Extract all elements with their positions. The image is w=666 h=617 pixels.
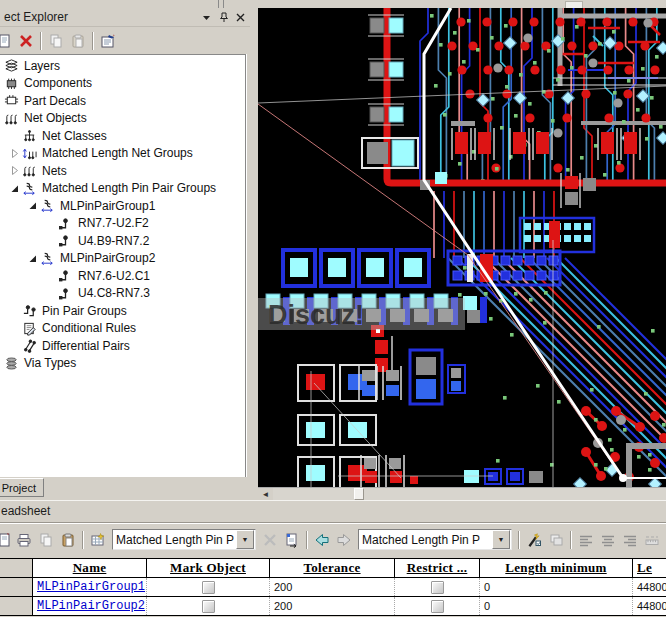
column-header[interactable]: Restrict ... [395, 559, 480, 577]
tree-item-label: Part Decals [22, 94, 88, 108]
length-minimum-cell[interactable]: 0 [480, 578, 633, 596]
tree-item-matched-length-pin-pair-groups[interactable]: Matched Length Pin Pair Groups [0, 180, 245, 198]
chevron-down-icon[interactable]: ▼ [236, 530, 254, 549]
tree-item-mlpinpairgroup1[interactable]: MLPinPairGroup1 [0, 197, 245, 215]
copy-button[interactable] [35, 529, 57, 551]
merge-cells-button[interactable] [545, 529, 567, 551]
explorer-toolbar [0, 27, 243, 54]
next-button[interactable] [333, 529, 355, 551]
table-row: MLPinPairGroup22000448000 [0, 597, 666, 616]
mark-object-checkbox[interactable] [202, 600, 215, 613]
paste-button[interactable] [67, 30, 89, 52]
column-header[interactable]: Mark Object [147, 559, 270, 577]
ml-pinpair-group-icon [39, 198, 55, 213]
tree-item-pin-pair-groups[interactable]: Pin Pair Groups [0, 302, 245, 320]
document-button[interactable] [0, 529, 13, 551]
align-left-button[interactable] [575, 529, 597, 551]
pcb-wrap: Discuz! ◄ [250, 8, 666, 500]
prev-button[interactable] [311, 529, 333, 551]
restrict-checkbox[interactable] [431, 600, 444, 613]
new-document-button[interactable] [0, 30, 15, 52]
tree-item-net-classes[interactable]: Net Classes [0, 127, 245, 145]
tree-item-conditional-rules[interactable]: Conditional Rules [0, 320, 245, 338]
group-filter-combobox-2[interactable]: Matched Length Pin P ▼ [358, 529, 512, 550]
chevron-down-icon[interactable] [199, 10, 214, 24]
edit-cell-button[interactable] [523, 529, 545, 551]
tree-item-label: Differential Pairs [40, 339, 132, 353]
tree-item-components[interactable]: Components [0, 75, 245, 93]
pcb-canvas[interactable]: Discuz! [258, 8, 666, 487]
print-button[interactable] [13, 529, 35, 551]
delete-button[interactable] [15, 30, 37, 52]
scroll-left-button[interactable]: ◄ [258, 488, 273, 500]
tree-item-differential-pairs[interactable]: Differential Pairs [0, 337, 245, 355]
column-header[interactable]: Tolerance [270, 559, 395, 577]
measure-button[interactable] [641, 529, 663, 551]
paste-button[interactable] [57, 529, 79, 551]
scroll-thumb[interactable] [354, 488, 364, 500]
expander-collapsed-icon[interactable] [8, 147, 21, 160]
tree-item-net-objects[interactable]: Net Objects [0, 110, 245, 128]
groups-table: NameMark ObjectToleranceRestrict ...Leng… [0, 558, 666, 616]
copy-button[interactable] [45, 30, 67, 52]
length-minimum-cell[interactable]: 0 [480, 597, 633, 615]
mark-object-checkbox[interactable] [202, 581, 215, 594]
tree-item-layers[interactable]: Layers [0, 57, 245, 75]
tree-item-rn7-7-u2-f2[interactable]: RN7.7-U2.F2 [0, 215, 245, 233]
row-header[interactable] [0, 578, 33, 596]
restrict-checkbox[interactable] [431, 581, 444, 594]
spreadsheet-panel: eadsheet Matched Length Pin P ▼ [0, 500, 666, 617]
properties-button[interactable] [97, 30, 119, 52]
expander-collapsed-icon[interactable] [8, 164, 21, 177]
column-header[interactable]: Name [33, 559, 147, 577]
tree-item-matched-length-net-groups[interactable]: Matched Length Net Groups [0, 145, 245, 163]
expander-expanded-icon[interactable] [26, 252, 39, 265]
tree-item-u4-b9-rn7-2[interactable]: U4.B9-RN7.2 [0, 232, 245, 250]
spreadsheet-title: eadsheet [1, 504, 50, 518]
tree-item-label: Pin Pair Groups [40, 304, 129, 318]
tree-item-label: RN7.6-U2.C1 [76, 269, 152, 283]
new-table-button[interactable] [87, 529, 109, 551]
tab-project[interactable]: Project [0, 478, 44, 497]
watermark-text: Discuz! [268, 300, 364, 330]
pin-icon[interactable] [216, 10, 231, 24]
align-right-button[interactable] [619, 529, 641, 551]
close-icon[interactable] [233, 10, 248, 24]
expander-expanded-icon[interactable] [8, 182, 21, 195]
chevron-down-icon[interactable]: ▼ [492, 530, 510, 549]
tree-item-rn7-6-u2-c1[interactable]: RN7.6-U2.C1 [0, 267, 245, 285]
length-max-cell[interactable]: 448000 [633, 597, 666, 615]
column-header[interactable]: Length minimum [480, 559, 633, 577]
divider [92, 32, 94, 50]
tolerance-cell[interactable]: 200 [270, 578, 395, 596]
panel-title: ect Explorer [0, 10, 199, 24]
pinpair-group-link[interactable]: MLPinPairGroup1 [37, 580, 145, 594]
divider [518, 531, 520, 549]
tree-item-u4-c8-rn7-3[interactable]: U4.C8-RN7.3 [0, 285, 245, 303]
tree-item-label: Conditional Rules [40, 321, 138, 335]
layers-icon [3, 58, 19, 73]
row-header[interactable] [0, 597, 33, 615]
align-center-button[interactable] [597, 529, 619, 551]
expander-expanded-icon[interactable] [26, 199, 39, 212]
tree-item-via-types[interactable]: Via Types [0, 355, 245, 373]
pin-pair-icon [57, 286, 73, 301]
tree-item-part-decals[interactable]: Part Decals [0, 92, 245, 110]
tree-item-nets[interactable]: Nets [0, 162, 245, 180]
tree-item-label: U4.C8-RN7.3 [76, 286, 152, 300]
pcb-hscrollbar[interactable]: ◄ [258, 487, 666, 501]
tree-item-mlpinpairgroup2[interactable]: MLPinPairGroup2 [0, 250, 245, 268]
pin-pair-groups-icon [21, 303, 37, 318]
apply-sheet-button[interactable] [281, 529, 303, 551]
divider [306, 531, 308, 549]
divider [570, 531, 572, 549]
column-header[interactable]: Le [633, 559, 666, 577]
tree-item-label: Via Types [22, 356, 78, 370]
delete-button[interactable] [259, 529, 281, 551]
length-max-cell[interactable]: 448000 [633, 578, 666, 596]
tolerance-cell[interactable]: 200 [270, 597, 395, 615]
group-filter-combobox[interactable]: Matched Length Pin P ▼ [112, 529, 256, 550]
pcb-svg[interactable]: Discuz! [258, 8, 666, 487]
pinpair-group-link[interactable]: MLPinPairGroup2 [37, 599, 145, 613]
divider [223, 0, 224, 8]
